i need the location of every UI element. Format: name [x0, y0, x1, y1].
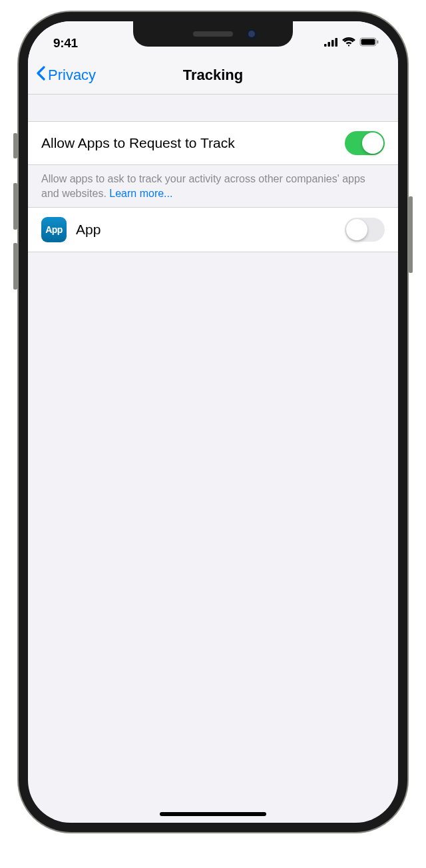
section-footer: Allow apps to ask to track your activity… [28, 165, 398, 207]
wifi-icon [342, 37, 355, 49]
back-button[interactable]: Privacy [36, 66, 96, 85]
app-name: App [76, 222, 345, 238]
app-icon: App [41, 217, 67, 242]
allow-tracking-label: Allow Apps to Request to Track [41, 135, 345, 151]
volume-down-button [13, 243, 17, 290]
screen: 9:41 Privacy Tracking [28, 21, 398, 823]
power-button [409, 196, 413, 273]
status-indicators [324, 37, 379, 49]
app-icon-label: App [45, 224, 63, 235]
phone-device-frame: 9:41 Privacy Tracking [19, 12, 407, 832]
navigation-bar: Privacy Tracking [28, 56, 398, 95]
app-row: App App [28, 207, 398, 252]
home-indicator[interactable] [160, 812, 266, 816]
allow-tracking-row: Allow Apps to Request to Track [28, 121, 398, 165]
status-time: 9:41 [53, 36, 78, 51]
svg-rect-6 [377, 41, 379, 44]
footer-description: Allow apps to ask to track your activity… [41, 173, 365, 199]
battery-icon [359, 37, 379, 49]
back-label: Privacy [48, 67, 96, 84]
volume-up-button [13, 183, 17, 230]
svg-rect-3 [335, 38, 338, 47]
svg-rect-1 [328, 42, 331, 47]
svg-rect-2 [331, 40, 334, 47]
cellular-icon [324, 37, 338, 49]
app-tracking-toggle[interactable] [345, 218, 385, 242]
allow-tracking-toggle[interactable] [345, 131, 385, 155]
svg-rect-0 [324, 44, 327, 47]
chevron-left-icon [36, 66, 45, 85]
content-area: Allow Apps to Request to Track Allow app… [28, 95, 398, 252]
learn-more-link[interactable]: Learn more... [109, 188, 172, 199]
silence-switch [13, 133, 17, 158]
notch [133, 21, 293, 47]
svg-rect-5 [361, 39, 375, 45]
